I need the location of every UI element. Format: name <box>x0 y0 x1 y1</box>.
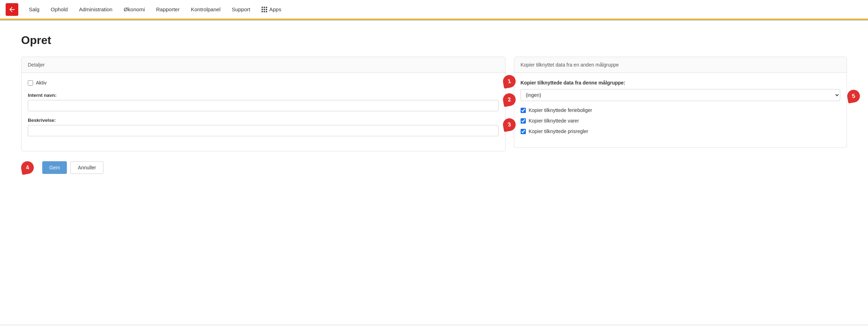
details-panel-header: Detaljer <box>21 57 505 73</box>
kopier-varer-label: Kopier tilknyttede varer <box>529 118 579 124</box>
nav-item-administration[interactable]: Administration <box>74 4 117 15</box>
nav-item-kontrolpanel[interactable]: Kontrolpanel <box>186 4 225 15</box>
kopier-prisregler-row: Kopier tilknyttede prisregler <box>521 128 840 134</box>
copy-select-label: Kopier tilknyttede data fra denne målgru… <box>521 80 840 86</box>
main-content: Opret Detaljer Aktiv 1 Internt navn: 2 <box>0 20 868 324</box>
beskrivelse-label: Beskrivelse: <box>28 118 499 123</box>
details-panel-body: Aktiv 1 Internt navn: 2 Beskrivelse: 3 <box>21 73 505 151</box>
badge-5: 5 <box>846 89 861 104</box>
nav-item-ophold[interactable]: Ophold <box>46 4 73 15</box>
kopier-ferieboliger-checkbox[interactable] <box>521 108 526 113</box>
copy-select-wrap: (ingen) 5 <box>521 89 840 101</box>
kopier-prisregler-label: Kopier tilknyttede prisregler <box>529 128 589 134</box>
aktiv-row: Aktiv 1 <box>28 80 499 86</box>
copy-panel: Kopier tilknyttet data fra en anden målg… <box>514 57 847 148</box>
kopier-prisregler-checkbox[interactable] <box>521 129 526 134</box>
copy-panel-header: Kopier tilknyttet data fra en anden målg… <box>514 57 847 73</box>
kopier-varer-row: Kopier tilknyttede varer <box>521 118 840 124</box>
copy-malgruppe-select[interactable]: (ingen) <box>521 89 840 101</box>
nav-item-support[interactable]: Support <box>227 4 255 15</box>
save-button[interactable]: Gem <box>42 161 67 174</box>
kopier-varer-checkbox[interactable] <box>521 118 526 124</box>
nav-item-okonomi[interactable]: Økonomi <box>119 4 150 15</box>
aktiv-label: Aktiv <box>36 80 46 86</box>
internt-navn-input[interactable] <box>28 100 499 111</box>
details-panel: Detaljer Aktiv 1 Internt navn: 2 Beskriv… <box>21 57 505 151</box>
nav-item-rapporter[interactable]: Rapporter <box>151 4 184 15</box>
kopier-ferieboliger-label: Kopier tilknyttede ferieboliger <box>529 107 592 113</box>
copy-panel-body: Kopier tilknyttede data fra denne målgru… <box>514 73 847 148</box>
nav-item-apps[interactable]: Apps <box>257 4 286 15</box>
kopier-ferieboliger-row: Kopier tilknyttede ferieboliger <box>521 107 840 113</box>
internt-navn-field: Internt navn: 2 <box>28 93 499 111</box>
page-title: Opret <box>21 34 847 47</box>
beskrivelse-input[interactable] <box>28 125 499 136</box>
nav-item-salg[interactable]: Salg <box>24 4 44 15</box>
internt-navn-label: Internt navn: <box>28 93 499 98</box>
cancel-button[interactable]: Annuller <box>70 161 103 174</box>
beskrivelse-field: Beskrivelse: 3 <box>28 118 499 136</box>
button-row: 4 Gem Annuller <box>21 161 847 174</box>
logo[interactable] <box>6 3 18 16</box>
nav-items: Salg Ophold Administration Økonomi Rappo… <box>24 4 286 15</box>
navbar: Salg Ophold Administration Økonomi Rappo… <box>0 0 868 20</box>
badge-4: 4 <box>20 160 35 175</box>
form-row: Detaljer Aktiv 1 Internt navn: 2 Beskriv… <box>21 57 847 151</box>
aktiv-checkbox[interactable] <box>28 80 33 86</box>
apps-grid-icon <box>262 7 267 12</box>
